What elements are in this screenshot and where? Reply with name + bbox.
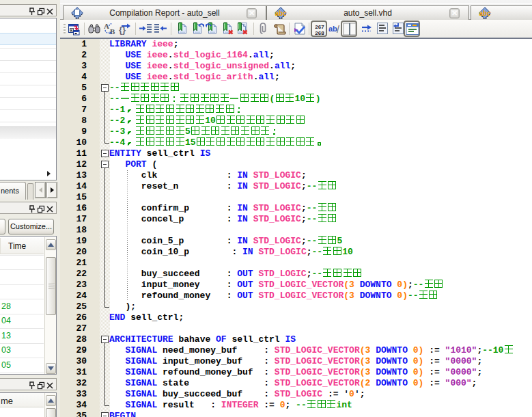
svg-text:/: / (337, 24, 339, 35)
svg-text:A: A (104, 22, 109, 30)
svg-text:267: 267 (315, 24, 324, 30)
svg-text:B: B (110, 27, 115, 36)
svg-text:abc: abc (479, 10, 491, 17)
svg-text:268: 268 (315, 30, 324, 36)
